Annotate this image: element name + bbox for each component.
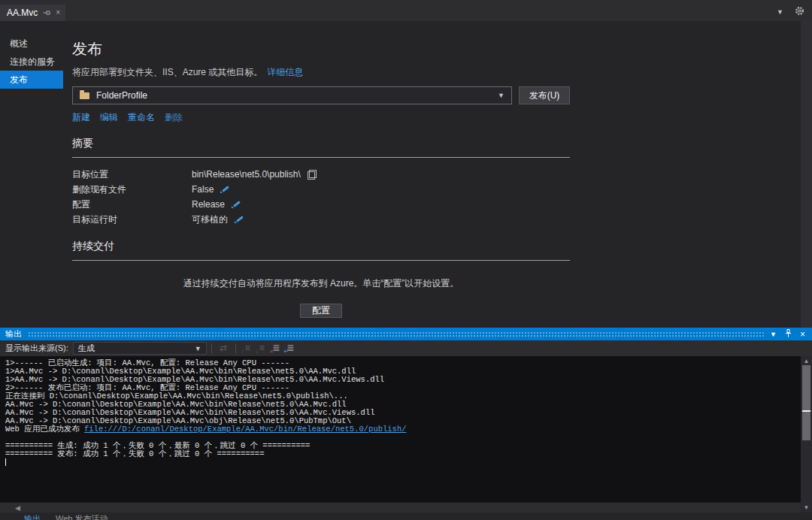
scroll-down-arrow-icon[interactable]: ▼ bbox=[801, 504, 812, 511]
pin-icon[interactable] bbox=[43, 9, 50, 17]
output-source-dropdown[interactable]: 生成 ▼ bbox=[73, 342, 207, 355]
new-link[interactable]: 新建 bbox=[72, 111, 90, 124]
bottom-tab-web-publish-activity[interactable]: Web 发布活动 bbox=[48, 512, 115, 520]
edit-pencil-icon[interactable] bbox=[235, 215, 244, 224]
text-caret bbox=[5, 458, 6, 466]
goto-previous-message-icon[interactable]: ≡↑ bbox=[241, 342, 255, 355]
caret-position-marker bbox=[802, 410, 810, 412]
document-tab-label: AA.Mvc bbox=[7, 8, 38, 18]
bottom-panel-tabs: 输出Web 发布活动 bbox=[0, 512, 812, 520]
profile-action-links: 新建编辑重命名删除 bbox=[72, 111, 570, 124]
window-position-chevron-icon[interactable]: ▼ bbox=[770, 331, 777, 338]
edit-link[interactable]: 编辑 bbox=[100, 111, 118, 124]
document-tab[interactable]: AA.Mvc × bbox=[0, 5, 65, 21]
output-title: 输出 bbox=[5, 328, 22, 340]
profile-dropdown[interactable]: FolderProfile ▼ bbox=[72, 86, 512, 104]
summary-row-value-group: Release bbox=[192, 199, 241, 210]
icon-badge: ↵ bbox=[284, 349, 289, 355]
toolbar-separator bbox=[211, 343, 212, 354]
output-toolbar: 显示输出来源(S): 生成 ▼ ⇄≡↑≡↓≣×≣↵ bbox=[0, 340, 812, 356]
page-title: 发布 bbox=[72, 39, 570, 59]
clear-all-icon[interactable]: ≣× bbox=[269, 342, 283, 355]
chevron-down-icon: ▼ bbox=[195, 345, 201, 352]
log-line: ========== 发布: 成功 1 个，失败 0 个，跳过 0 个 ====… bbox=[5, 450, 801, 458]
summary-row-target-location: 目标位置bin\Release\net5.0\publish\ bbox=[72, 167, 570, 182]
output-source-value: 生成 bbox=[78, 343, 195, 354]
publish-main: 发布 将应用部署到文件夹、IIS、Azure 或其他目标。详细信息 Folder… bbox=[72, 21, 570, 318]
summary-row-value: Release bbox=[192, 199, 225, 210]
goto-next-message-icon[interactable]: ≡↓ bbox=[255, 342, 269, 355]
sidebar-item-connected-services[interactable]: 连接的服务 bbox=[0, 53, 63, 71]
sidebar-item-publish[interactable]: 发布 bbox=[0, 71, 63, 89]
summary-row-value: bin\Release\net5.0\publish\ bbox=[192, 169, 301, 180]
continuous-delivery-description: 通过持续交付自动将应用程序发布到 Azure。单击“配置”以开始设置。 bbox=[72, 277, 570, 290]
copy-icon[interactable] bbox=[308, 170, 317, 180]
summary-row-label: 配置 bbox=[72, 198, 192, 211]
log-line-text: Web 应用已成功发布 bbox=[5, 425, 84, 434]
summary-row-value: 可移植的 bbox=[192, 213, 228, 226]
sidebar-item-label: 概述 bbox=[10, 38, 28, 49]
publish-button[interactable]: 发布(U) bbox=[519, 86, 570, 104]
summary-row-label: 目标运行时 bbox=[72, 213, 192, 226]
page-subtitle: 将应用部署到文件夹、IIS、Azure 或其他目标。 bbox=[72, 67, 262, 77]
summary-row-label: 删除现有文件 bbox=[72, 183, 192, 196]
summary-heading: 摘要 bbox=[72, 137, 570, 158]
chevron-down-icon: ▼ bbox=[498, 92, 504, 99]
summary-section: 摘要 目标位置bin\Release\net5.0\publish\删除现有文件… bbox=[72, 137, 570, 227]
scroll-up-arrow-icon[interactable]: ▲ bbox=[801, 358, 812, 364]
log-line: Web 应用已成功发布 file:///D:/conanl/Desktop/Ex… bbox=[5, 425, 801, 434]
output-horizontal-scrollbar[interactable]: ◀ bbox=[0, 502, 801, 512]
sidebar-item-label: 连接的服务 bbox=[10, 56, 55, 67]
scrollbar-thumb[interactable] bbox=[802, 365, 810, 440]
close-icon[interactable]: × bbox=[56, 9, 60, 17]
continuous-delivery-section: 持续交付 通过持续交付自动将应用程序发布到 Azure。单击“配置”以开始设置。… bbox=[72, 240, 570, 318]
icon-badge: ↓ bbox=[256, 349, 259, 355]
folder-icon bbox=[80, 92, 89, 99]
output-log[interactable]: 1>------ 已启动生成: 项目: AA.Mvc, 配置: Release … bbox=[0, 356, 801, 502]
rename-link[interactable]: 重命名 bbox=[128, 111, 155, 124]
pin-icon[interactable] bbox=[785, 329, 792, 339]
output-titlebar[interactable]: 输出 ▼ × bbox=[0, 328, 812, 340]
summary-rows: 目标位置bin\Release\net5.0\publish\删除现有文件Fal… bbox=[72, 167, 570, 227]
publish-page: 概述连接的服务发布 发布 将应用部署到文件夹、IIS、Azure 或其他目标。详… bbox=[0, 21, 812, 328]
details-link[interactable]: 详细信息 bbox=[267, 67, 303, 77]
gear-icon[interactable] bbox=[795, 5, 804, 19]
titlebar-grip-dots bbox=[28, 331, 764, 337]
edit-pencil-icon[interactable] bbox=[220, 185, 230, 194]
publish-url-link[interactable]: file:///D:/conanl/Desktop/Example/AA.Mvc… bbox=[84, 425, 406, 434]
continuous-delivery-heading: 持续交付 bbox=[72, 240, 570, 261]
output-panel: 输出 ▼ × 显示输出来源(S): 生成 ▼ ⇄≡↑≡↓≣×≣↵ 1>-----… bbox=[0, 328, 812, 520]
close-icon[interactable]: × bbox=[800, 330, 805, 339]
icon-badge: × bbox=[270, 349, 274, 355]
output-source-label: 显示输出来源(S): bbox=[5, 343, 68, 354]
summary-row-label: 目标位置 bbox=[72, 168, 192, 181]
sidebar: 概述连接的服务发布 bbox=[0, 35, 63, 89]
sidebar-item-overview[interactable]: 概述 bbox=[0, 35, 63, 53]
bottom-tab-output[interactable]: 输出 bbox=[17, 512, 48, 520]
summary-row-value-group: 可移植的 bbox=[192, 213, 244, 226]
output-vertical-scrollbar[interactable]: ▲ ▼ bbox=[801, 356, 812, 512]
summary-row-target-runtime: 目标运行时可移植的 bbox=[72, 212, 570, 227]
summary-row-value-group: False bbox=[192, 184, 230, 195]
summary-row-configuration: 配置Release bbox=[72, 197, 570, 212]
summary-row-value-group: bin\Release\net5.0\publish\ bbox=[192, 169, 317, 180]
delete-link[interactable]: 删除 bbox=[165, 111, 183, 124]
chevron-down-icon[interactable]: ▼ bbox=[777, 8, 783, 16]
summary-row-value: False bbox=[192, 184, 214, 195]
main-vertical-scrollbar[interactable] bbox=[801, 21, 812, 328]
document-tab-strip: AA.Mvc × ▼ bbox=[0, 0, 812, 21]
sidebar-item-label: 发布 bbox=[10, 74, 28, 85]
icon-badge: ↑ bbox=[241, 349, 244, 355]
edit-pencil-icon[interactable] bbox=[232, 200, 241, 209]
toolbar-separator bbox=[235, 343, 236, 354]
caret-line bbox=[5, 458, 801, 467]
configure-button[interactable]: 配置 bbox=[300, 304, 342, 318]
toggle-word-wrap-icon[interactable]: ≣↵ bbox=[283, 342, 298, 355]
profile-name: FolderProfile bbox=[96, 90, 491, 101]
scroll-left-arrow-icon[interactable]: ◀ bbox=[15, 504, 20, 512]
summary-row-delete-existing-files: 删除现有文件False bbox=[72, 182, 570, 197]
find-message-in-code-icon[interactable]: ⇄ bbox=[217, 342, 231, 355]
